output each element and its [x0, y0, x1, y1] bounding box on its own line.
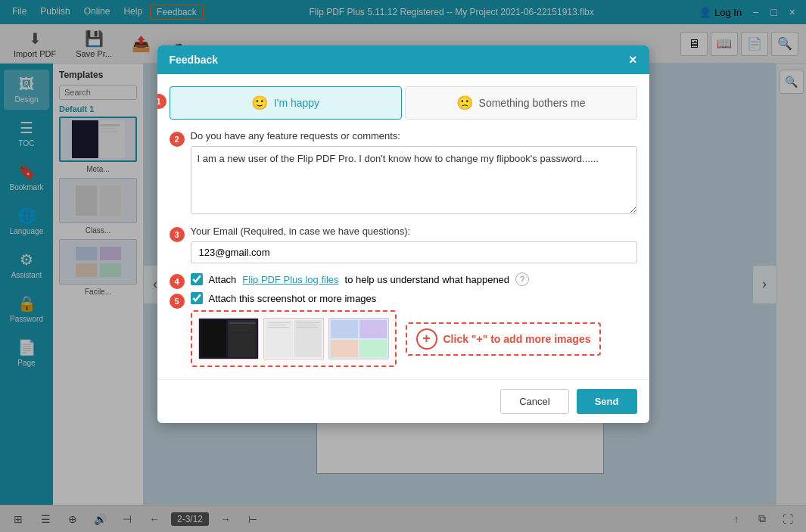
svg-rect-26	[297, 322, 319, 323]
svg-rect-21	[266, 320, 293, 357]
svg-rect-17	[229, 325, 251, 326]
attach-screenshot-label: Attach this screenshot or more images	[209, 293, 377, 304]
step5-badge-wrapper: 5	[170, 294, 185, 309]
happy-emoji: 🙂	[251, 95, 268, 111]
svg-rect-27	[297, 325, 316, 325]
step2-badge-wrapper: 2	[170, 132, 185, 147]
step5-section: 5 Attach this screenshot or more images	[170, 292, 637, 367]
step3-email-label: Your Email (Required, in case we have qu…	[191, 226, 637, 237]
step4-badge: 4	[170, 274, 185, 289]
screenshot-thumb-3[interactable]	[328, 318, 389, 359]
step5-badge: 5	[170, 294, 185, 309]
svg-rect-24	[268, 325, 287, 325]
tab-bothers-label: Something bothers me	[479, 97, 586, 109]
step1-section: 1 🙂 I'm happy 🙁 Something bothers me	[170, 86, 637, 120]
step2-section: 2 Do you have any feature requests or co…	[170, 130, 637, 226]
screenshot-thumb-1[interactable]	[198, 318, 259, 359]
svg-rect-14	[201, 320, 226, 357]
svg-rect-25	[268, 327, 289, 328]
step3-badge: 3	[170, 227, 185, 242]
step4-section: 4 Attach Flip PDF Plus log files to help…	[170, 272, 637, 286]
attach-log-suffix: to help us understand what happened	[345, 274, 510, 285]
svg-rect-19	[229, 330, 249, 331]
feedback-modal: Feedback × 1 🙂 I'm happy 🙁 Something bot…	[157, 45, 649, 423]
sad-emoji: 🙁	[456, 95, 473, 111]
add-image-button[interactable]: +	[416, 328, 437, 350]
cancel-button[interactable]: Cancel	[500, 389, 568, 414]
svg-rect-28	[297, 327, 318, 328]
tab-happy-button[interactable]: 🙂 I'm happy	[170, 86, 402, 120]
modal-overlay: Feedback × 1 🙂 I'm happy 🙁 Something bot…	[0, 0, 806, 532]
attach-screenshot-row: Attach this screenshot or more images	[191, 292, 637, 304]
attach-log-prefix: Attach	[209, 274, 237, 285]
attach-log-row: Attach Flip PDF Plus log files to help u…	[191, 272, 637, 286]
svg-rect-18	[229, 328, 252, 328]
step3-section: 3 Your Email (Required, in case we have …	[170, 226, 637, 272]
modal-body: 1 🙂 I'm happy 🙁 Something bothers me 2	[157, 74, 649, 379]
step2-badge: 2	[170, 132, 185, 147]
step1-badge-wrapper: 1	[157, 94, 166, 109]
tab-bothers-button[interactable]: 🙁 Something bothers me	[405, 86, 637, 120]
svg-rect-16	[229, 322, 255, 324]
svg-rect-32	[331, 340, 358, 357]
modal-title: Feedback	[170, 54, 219, 66]
screenshot-list	[191, 310, 397, 367]
step4-badge-wrapper: 4	[170, 274, 185, 289]
comment-textarea[interactable]: I am a new user of the Flip PDF Pro. I d…	[191, 146, 637, 214]
feedback-tab-row: 🙂 I'm happy 🙁 Something bothers me	[170, 86, 637, 120]
send-button[interactable]: Send	[577, 389, 637, 414]
modal-close-button[interactable]: ×	[629, 53, 637, 67]
step1-badge: 1	[157, 94, 166, 109]
screenshot-area: + Click "+" to add more images	[191, 310, 637, 367]
svg-rect-30	[331, 320, 358, 338]
step3-badge-wrapper: 3	[170, 227, 185, 242]
email-input[interactable]	[191, 241, 637, 263]
svg-rect-23	[268, 322, 291, 323]
attach-log-checkbox[interactable]	[191, 273, 203, 285]
tab-happy-label: I'm happy	[274, 97, 319, 109]
screenshot-thumb-2[interactable]	[263, 318, 324, 359]
svg-rect-33	[359, 340, 387, 357]
step2-question: Do you have any feature requests or comm…	[191, 130, 637, 142]
add-more-section: + Click "+" to add more images	[406, 322, 602, 356]
modal-footer: Cancel Send	[157, 379, 649, 423]
modal-header: Feedback ×	[157, 45, 649, 74]
svg-rect-22	[294, 320, 322, 357]
attach-log-link[interactable]: Flip PDF Plus log files	[242, 274, 338, 285]
svg-rect-31	[359, 320, 387, 338]
attach-screenshot-checkbox[interactable]	[191, 292, 203, 304]
help-icon[interactable]: ?	[515, 272, 529, 286]
add-more-label: Click "+" to add more images	[443, 333, 591, 345]
